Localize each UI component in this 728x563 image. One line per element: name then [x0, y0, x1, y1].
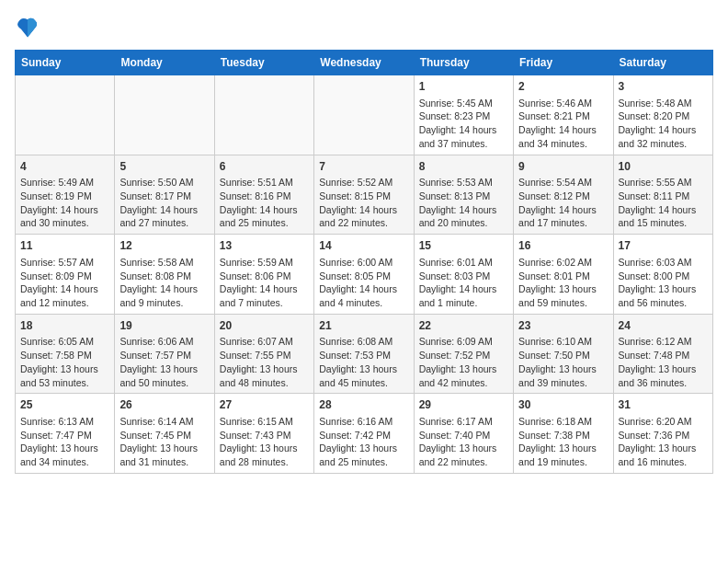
- day-info: Daylight: 13 hours and 22 minutes.: [419, 442, 508, 468]
- calendar-cell: 21Sunrise: 6:08 AMSunset: 7:53 PMDayligh…: [314, 314, 414, 394]
- day-info: Sunrise: 6:17 AM: [419, 415, 508, 429]
- calendar-week-5: 25Sunrise: 6:13 AMSunset: 7:47 PMDayligh…: [16, 394, 713, 474]
- day-info: Sunset: 8:12 PM: [518, 190, 608, 203]
- day-info: Sunset: 8:15 PM: [319, 190, 408, 203]
- calendar-cell: 1Sunrise: 5:45 AMSunset: 8:23 PMDaylight…: [414, 75, 513, 155]
- day-info: Sunrise: 6:01 AM: [419, 256, 508, 270]
- day-info: Daylight: 13 hours and 25 minutes.: [319, 442, 408, 468]
- calendar-cell: [16, 75, 115, 155]
- day-info: Daylight: 14 hours and 20 minutes.: [419, 203, 508, 230]
- day-info: Sunset: 7:42 PM: [319, 429, 408, 442]
- calendar-cell: 7Sunrise: 5:52 AMSunset: 8:15 PMDaylight…: [314, 155, 414, 235]
- day-number: 11: [20, 238, 109, 254]
- day-info: Daylight: 13 hours and 56 minutes.: [619, 282, 708, 309]
- day-info: Sunset: 7:52 PM: [419, 349, 508, 362]
- day-number: 4: [20, 159, 109, 175]
- day-info: Sunset: 7:58 PM: [20, 349, 109, 362]
- day-info: Sunset: 7:50 PM: [518, 349, 608, 362]
- day-info: Sunset: 8:19 PM: [20, 190, 109, 203]
- day-number: 21: [319, 318, 408, 334]
- day-number: 3: [619, 79, 708, 95]
- day-info: Daylight: 14 hours and 4 minutes.: [319, 282, 408, 309]
- day-number: 31: [619, 397, 708, 413]
- day-info: Sunrise: 6:12 AM: [619, 335, 708, 349]
- day-number: 24: [619, 318, 708, 334]
- day-info: Sunrise: 5:59 AM: [220, 256, 309, 270]
- day-info: Sunrise: 6:20 AM: [619, 415, 708, 429]
- day-info: Sunset: 7:57 PM: [119, 349, 209, 362]
- day-info: Sunset: 8:21 PM: [518, 109, 608, 123]
- calendar-cell: 13Sunrise: 5:59 AMSunset: 8:06 PMDayligh…: [214, 235, 313, 315]
- day-header-wednesday: Wednesday: [314, 51, 414, 75]
- calendar-week-2: 4Sunrise: 5:49 AMSunset: 8:19 PMDaylight…: [16, 155, 713, 235]
- calendar-cell: 19Sunrise: 6:06 AMSunset: 7:57 PMDayligh…: [115, 314, 214, 394]
- day-number: 28: [319, 397, 408, 413]
- day-info: Daylight: 14 hours and 25 minutes.: [220, 203, 309, 230]
- calendar-cell: 22Sunrise: 6:09 AMSunset: 7:52 PMDayligh…: [414, 314, 513, 394]
- day-info: Sunset: 7:45 PM: [119, 429, 209, 442]
- day-info: Sunrise: 6:16 AM: [319, 415, 408, 429]
- day-info: Daylight: 13 hours and 39 minutes.: [518, 362, 608, 389]
- calendar-cell: 26Sunrise: 6:14 AMSunset: 7:45 PMDayligh…: [115, 394, 214, 474]
- day-info: Sunset: 8:13 PM: [419, 190, 508, 203]
- calendar-cell: 10Sunrise: 5:55 AMSunset: 8:11 PMDayligh…: [613, 155, 712, 235]
- calendar-cell: 23Sunrise: 6:10 AMSunset: 7:50 PMDayligh…: [514, 314, 613, 394]
- day-info: Daylight: 13 hours and 53 minutes.: [20, 362, 109, 389]
- calendar-week-3: 11Sunrise: 5:57 AMSunset: 8:09 PMDayligh…: [16, 235, 713, 315]
- calendar-table: SundayMondayTuesdayWednesdayThursdayFrid…: [15, 50, 713, 474]
- day-info: Sunset: 7:47 PM: [20, 429, 109, 442]
- day-number: 15: [419, 238, 508, 254]
- day-info: Daylight: 14 hours and 27 minutes.: [119, 203, 209, 230]
- day-number: 8: [419, 159, 508, 175]
- day-number: 30: [518, 397, 608, 413]
- calendar-cell: 9Sunrise: 5:54 AMSunset: 8:12 PMDaylight…: [514, 155, 613, 235]
- calendar-cell: 12Sunrise: 5:58 AMSunset: 8:08 PMDayligh…: [115, 235, 214, 315]
- days-header-row: SundayMondayTuesdayWednesdayThursdayFrid…: [16, 51, 713, 75]
- day-info: Sunrise: 5:51 AM: [220, 176, 309, 190]
- calendar-cell: [214, 75, 313, 155]
- day-info: Daylight: 13 hours and 16 minutes.: [619, 442, 708, 468]
- calendar-cell: 16Sunrise: 6:02 AMSunset: 8:01 PMDayligh…: [514, 235, 613, 315]
- calendar-cell: 29Sunrise: 6:17 AMSunset: 7:40 PMDayligh…: [414, 394, 513, 474]
- calendar-cell: 25Sunrise: 6:13 AMSunset: 7:47 PMDayligh…: [16, 394, 115, 474]
- day-info: Sunset: 8:03 PM: [419, 270, 508, 283]
- day-info: Daylight: 13 hours and 42 minutes.: [419, 362, 508, 389]
- day-info: Daylight: 13 hours and 59 minutes.: [518, 282, 608, 309]
- calendar-cell: 18Sunrise: 6:05 AMSunset: 7:58 PMDayligh…: [16, 314, 115, 394]
- day-info: Sunset: 8:11 PM: [619, 190, 708, 203]
- day-number: 2: [518, 79, 608, 95]
- day-info: Daylight: 13 hours and 19 minutes.: [518, 442, 608, 468]
- day-info: Daylight: 13 hours and 50 minutes.: [119, 362, 209, 389]
- day-number: 1: [419, 79, 508, 95]
- calendar-cell: 3Sunrise: 5:48 AMSunset: 8:20 PMDaylight…: [613, 75, 712, 155]
- day-number: 29: [419, 397, 508, 413]
- day-number: 17: [619, 238, 708, 254]
- calendar-week-4: 18Sunrise: 6:05 AMSunset: 7:58 PMDayligh…: [16, 314, 713, 394]
- day-info: Daylight: 14 hours and 17 minutes.: [518, 203, 608, 230]
- day-info: Daylight: 13 hours and 31 minutes.: [119, 442, 209, 468]
- day-number: 23: [518, 318, 608, 334]
- day-info: Sunrise: 6:07 AM: [220, 335, 309, 349]
- day-info: Sunrise: 5:57 AM: [20, 256, 109, 270]
- day-info: Sunrise: 5:52 AM: [319, 176, 408, 190]
- day-number: 18: [20, 318, 109, 334]
- day-info: Daylight: 14 hours and 34 minutes.: [518, 123, 608, 150]
- day-info: Sunset: 7:48 PM: [619, 349, 708, 362]
- calendar-cell: 30Sunrise: 6:18 AMSunset: 7:38 PMDayligh…: [514, 394, 613, 474]
- day-info: Sunrise: 6:08 AM: [319, 335, 408, 349]
- day-info: Sunset: 8:20 PM: [619, 109, 708, 123]
- day-info: Daylight: 13 hours and 45 minutes.: [319, 362, 408, 389]
- page-header: [15, 15, 713, 40]
- calendar-cell: 14Sunrise: 6:00 AMSunset: 8:05 PMDayligh…: [314, 235, 414, 315]
- calendar-cell: 27Sunrise: 6:15 AMSunset: 7:43 PMDayligh…: [214, 394, 313, 474]
- day-header-tuesday: Tuesday: [214, 51, 313, 75]
- day-info: Daylight: 13 hours and 34 minutes.: [20, 442, 109, 468]
- day-info: Sunset: 8:09 PM: [20, 270, 109, 283]
- day-info: Sunrise: 5:54 AM: [518, 176, 608, 190]
- day-info: Sunset: 7:55 PM: [220, 349, 309, 362]
- calendar-cell: [115, 75, 214, 155]
- day-info: Sunrise: 5:45 AM: [419, 97, 508, 110]
- day-number: 12: [119, 238, 209, 254]
- day-info: Sunset: 8:08 PM: [119, 270, 209, 283]
- day-number: 26: [119, 397, 209, 413]
